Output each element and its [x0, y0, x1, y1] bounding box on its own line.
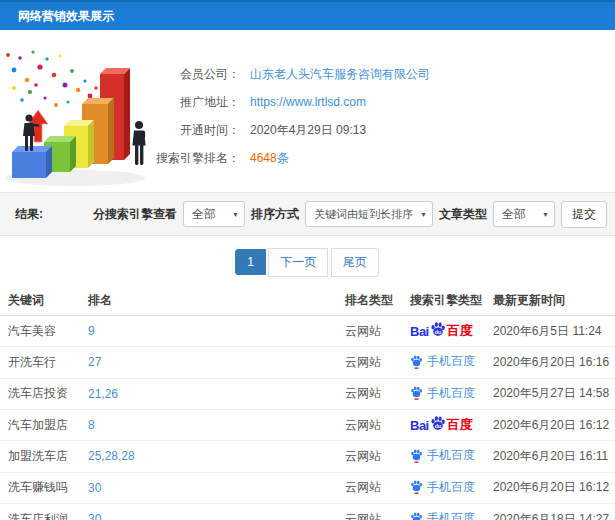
chevron-down-icon: ▼ — [232, 211, 239, 218]
rank-link[interactable]: 21,26 — [88, 387, 118, 401]
time-cell: 2020年6月20日 16:12 — [493, 472, 615, 504]
engine-cell: Bai du 百度 — [410, 472, 493, 504]
baidu-paw-icon: du — [430, 415, 446, 431]
table-row: 开洗车行 27 云网站 Bai du 百度 — [0, 347, 615, 379]
engine-cell: Bai du 百度 — [410, 504, 493, 520]
page-1-button[interactable]: 1 — [235, 249, 266, 275]
info-row-company: 会员公司： 山东老人头汽车服务咨询有限公司 — [128, 65, 430, 83]
company-link[interactable]: 山东老人头汽车服务咨询有限公司 — [250, 66, 430, 83]
rank-cell: 9 — [88, 316, 345, 347]
keyword-cell: 汽车美容 — [0, 316, 88, 347]
engine-cell: Bai du 百度 — [410, 410, 493, 441]
col-engine-type: 搜索引擎类型 — [410, 287, 493, 316]
rank-link[interactable]: 9 — [88, 324, 95, 338]
keyword-ranking-table: 关键词 排名 排名类型 搜索引擎类型 最新更新时间 汽车美容 9 云网站 Bai — [0, 287, 615, 520]
col-keyword: 关键词 — [0, 287, 88, 316]
keyword-cell: 加盟洗车店 — [0, 441, 88, 473]
info-panel: 会员公司： 山东老人头汽车服务咨询有限公司 推广地址： https://www.… — [0, 30, 615, 192]
rank-type-cell: 云网站 — [345, 347, 410, 379]
engine-cell: Bai du 百度 — [410, 347, 493, 379]
engine-filter-label: 分搜索引擎查看 — [93, 206, 177, 223]
table-header-row: 关键词 排名 排名类型 搜索引擎类型 最新更新时间 — [0, 287, 615, 316]
svg-text:du: du — [434, 329, 441, 335]
time-cell: 2020年5月27日 14:58 — [493, 378, 615, 410]
company-info: 会员公司： 山东老人头汽车服务咨询有限公司 推广地址： https://www.… — [128, 65, 430, 177]
rank-link[interactable]: 25,28,28 — [88, 449, 135, 463]
engine-cell: Bai du 百度 — [410, 378, 493, 410]
promo-url-link[interactable]: https://www.lrtlsd.com — [250, 95, 366, 109]
rank-cell: 25,28,28 — [88, 441, 345, 473]
table-row: 洗车店利润 30 云网站 Bai du 百度 — [0, 504, 615, 520]
rank-cell: 30 — [88, 504, 345, 520]
sort-label: 排序方式 — [251, 206, 299, 223]
mobile-baidu-badge: 手机百度 — [410, 479, 475, 496]
rank-type-cell: 云网站 — [345, 316, 410, 347]
mobile-baidu-paw-icon — [410, 512, 423, 520]
table-row: 汽车美容 9 云网站 Bai du 百度 — [0, 316, 615, 347]
rank-count-label: 搜索引擎排名： — [128, 150, 240, 167]
engine-cell: Bai du 百度 — [410, 441, 493, 473]
engine-cell: Bai du 百度 — [410, 316, 493, 347]
rank-type-cell: 云网站 — [345, 378, 410, 410]
mobile-baidu-paw-icon — [410, 480, 423, 494]
rank-count-number: 4648 — [250, 151, 277, 165]
pagination: 1 下一页 尾页 — [0, 248, 615, 277]
time-cell: 2020年6月20日 16:11 — [493, 441, 615, 473]
baidu-logo: Bai du 百度 — [410, 416, 473, 434]
chevron-down-icon: ▼ — [420, 211, 427, 218]
mobile-baidu-paw-icon — [410, 355, 423, 369]
result-label: 结果: — [15, 206, 43, 223]
article-type-select[interactable]: 全部 ▼ — [493, 201, 555, 227]
open-time-label: 开通时间： — [128, 122, 240, 139]
rank-link[interactable]: 8 — [88, 418, 95, 432]
rank-cell: 21,26 — [88, 378, 345, 410]
col-rank-type: 排名类型 — [345, 287, 410, 316]
rank-type-cell: 云网站 — [345, 472, 410, 504]
keyword-cell: 洗车赚钱吗 — [0, 472, 88, 504]
mobile-baidu-paw-icon — [410, 386, 423, 400]
rank-link[interactable]: 30 — [88, 512, 101, 520]
rank-cell: 30 — [88, 472, 345, 504]
next-page-button[interactable]: 下一页 — [268, 248, 328, 277]
keyword-cell: 开洗车行 — [0, 347, 88, 379]
info-row-rank-count: 搜索引擎排名： 4648条 — [128, 149, 430, 167]
titlebar: 网络营销效果展示 — [0, 0, 615, 30]
col-update-time: 最新更新时间 — [493, 287, 615, 316]
rank-type-cell: 云网站 — [345, 410, 410, 441]
engine-filter-select[interactable]: 全部 ▼ — [183, 201, 245, 227]
chevron-down-icon: ▼ — [542, 211, 549, 218]
sort-select[interactable]: 关键词由短到长排序 ▼ — [305, 201, 433, 227]
col-rank: 排名 — [88, 287, 345, 316]
mobile-baidu-badge: 手机百度 — [410, 447, 475, 464]
rank-type-cell: 云网站 — [345, 504, 410, 520]
keyword-cell: 洗车店利润 — [0, 504, 88, 520]
baidu-logo: Bai du 百度 — [410, 322, 473, 340]
open-time-value: 2020年4月29日 09:13 — [250, 122, 366, 139]
time-cell: 2020年6月5日 11:24 — [493, 316, 615, 347]
rank-type-cell: 云网站 — [345, 441, 410, 473]
table-row: 加盟洗车店 25,28,28 云网站 Bai du 百度 — [0, 441, 615, 473]
rank-cell: 27 — [88, 347, 345, 379]
confetti-dots — [6, 50, 98, 107]
svg-text:du: du — [434, 423, 441, 429]
mobile-baidu-badge: 手机百度 — [410, 385, 475, 402]
table-row: 汽车加盟店 8 云网站 Bai du 百度 — [0, 410, 615, 441]
time-cell: 2020年6月18日 14:27 — [493, 504, 615, 520]
mobile-baidu-paw-icon — [410, 449, 423, 463]
rank-link[interactable]: 30 — [88, 481, 101, 495]
submit-button[interactable]: 提交 — [561, 201, 607, 228]
promo-url-label: 推广地址： — [128, 94, 240, 111]
page-title: 网络营销效果展示 — [18, 8, 114, 25]
baidu-paw-icon: du — [430, 321, 446, 337]
time-cell: 2020年6月20日 16:16 — [493, 347, 615, 379]
mobile-baidu-badge: 手机百度 — [410, 353, 475, 370]
keyword-cell: 洗车店投资 — [0, 378, 88, 410]
table-row: 洗车店投资 21,26 云网站 Bai du 百度 — [0, 378, 615, 410]
rank-link[interactable]: 27 — [88, 355, 101, 369]
time-cell: 2020年6月20日 16:12 — [493, 410, 615, 441]
last-page-button[interactable]: 尾页 — [331, 248, 379, 277]
rank-count-unit: 条 — [277, 151, 289, 165]
article-type-label: 文章类型 — [439, 206, 487, 223]
info-row-url: 推广地址： https://www.lrtlsd.com — [128, 93, 430, 111]
info-row-open-time: 开通时间： 2020年4月29日 09:13 — [128, 121, 430, 139]
